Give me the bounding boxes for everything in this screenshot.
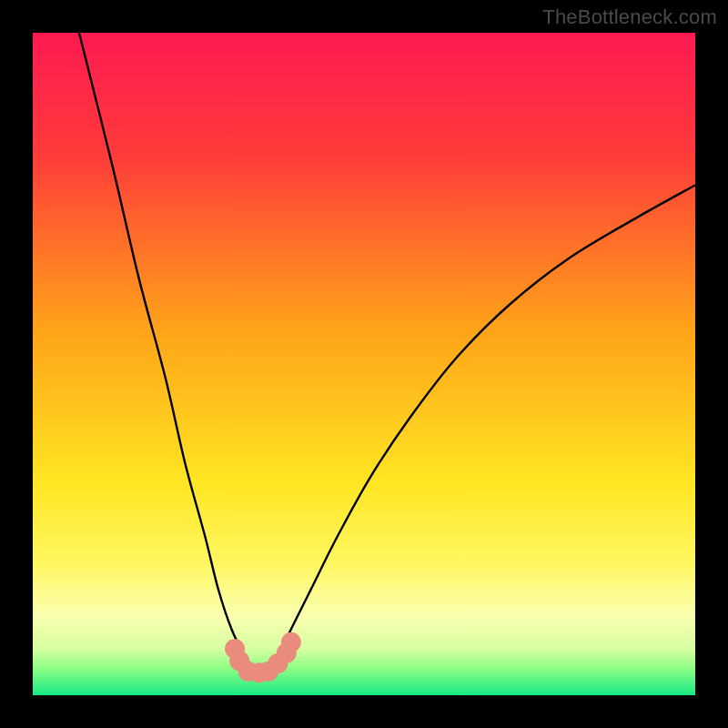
bottleneck-curve <box>79 33 695 671</box>
marker-dot <box>281 632 301 652</box>
chart-frame <box>33 33 695 695</box>
highlight-markers <box>225 632 301 682</box>
chart-svg <box>33 33 695 695</box>
watermark-text: TheBottleneck.com <box>542 5 717 29</box>
